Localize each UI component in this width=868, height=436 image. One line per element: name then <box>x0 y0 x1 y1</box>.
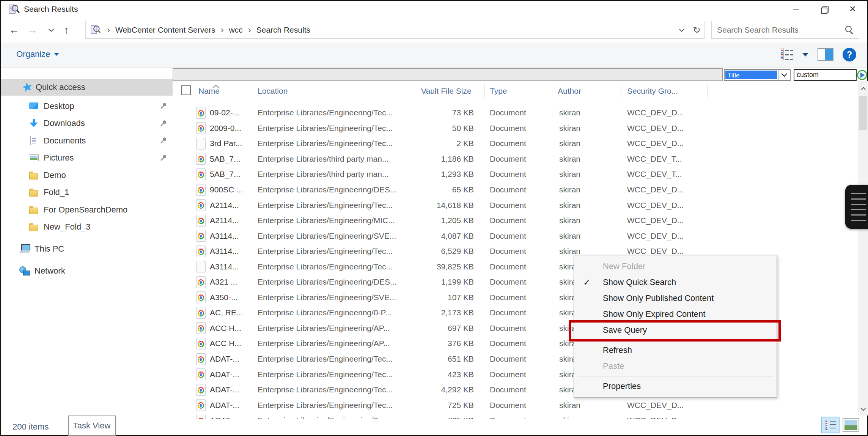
filter-value-input[interactable] <box>794 69 857 81</box>
restore-button[interactable] <box>810 1 838 17</box>
cell-location: Enterprise Libraries/third party man... <box>254 170 416 179</box>
column-header-author[interactable]: Author <box>558 87 581 96</box>
cell-name: 5AB_7... <box>210 170 254 179</box>
edge-panel-widget[interactable] <box>845 185 868 229</box>
cell-size: 6,529 KB <box>416 247 484 256</box>
cell-author: skiran <box>552 124 621 133</box>
table-row[interactable]: 900SC ... Enterprise Libraries/Engineeri… <box>173 182 858 198</box>
vertical-scrollbar[interactable] <box>858 81 868 416</box>
table-row[interactable]: A2114... Enterprise Libraries/Engineerin… <box>173 197 858 213</box>
pin-icon <box>160 102 167 110</box>
organize-button[interactable]: Organize <box>16 49 59 59</box>
menu-item-label: Show Only Published Content <box>603 293 714 303</box>
address-bar: ← → ↑ › WebCenter Content Servers › wcc … <box>1 17 867 42</box>
scrollbar-thumb[interactable] <box>859 96 867 130</box>
table-row[interactable]: A3114... Enterprise Libraries/Engineerin… <box>173 228 858 244</box>
filter-go-button[interactable] <box>857 70 867 80</box>
breadcrumb-item-search-results[interactable]: Search Results <box>256 25 310 35</box>
sidebar-item[interactable]: New_Fold_3 <box>1 219 173 236</box>
close-button[interactable]: ✕ <box>838 1 867 17</box>
view-options-caret[interactable] <box>802 53 808 57</box>
sidebar-item[interactable]: Documents <box>1 132 173 150</box>
sidebar-item[interactable]: Demo <box>1 167 173 184</box>
context-menu-item[interactable]: ✓ Refresh <box>574 342 777 358</box>
sidebar-item[interactable]: Fold_1 <box>1 184 173 201</box>
table-row[interactable]: 2009-0... Enterprise Libraries/Engineeri… <box>173 121 858 136</box>
column-header-name[interactable]: Name <box>198 87 220 96</box>
cell-name: ACC H... <box>210 324 254 333</box>
search-input[interactable] <box>712 25 845 35</box>
thumbnail-view-toggle[interactable] <box>843 418 859 432</box>
column-header-type[interactable]: Type <box>490 87 507 96</box>
cell-author: skiran <box>552 139 621 148</box>
sidebar-item[interactable]: Pictures <box>1 150 173 167</box>
context-menu-item[interactable]: ✓ Show Only Published Content <box>574 290 777 306</box>
breadcrumb-item-wcc[interactable]: wcc <box>229 25 242 35</box>
cell-size: 65 KB <box>416 185 484 194</box>
sidebar-item[interactable]: Network <box>1 260 173 282</box>
up-button[interactable]: ↑ <box>59 22 74 38</box>
table-row[interactable]: 5AB_7... Enterprise Libraries/third part… <box>173 151 858 167</box>
column-header-location[interactable]: Location <box>258 87 288 96</box>
sidebar-item[interactable]: Desktop <box>1 98 173 115</box>
sidebar-item-icon <box>19 266 30 276</box>
sidebar-item-label: Documents <box>44 136 86 146</box>
table-row[interactable]: 5AB_7... Enterprise Libraries/third part… <box>173 167 858 182</box>
forward-button[interactable]: → <box>25 22 40 38</box>
chevron-down-icon <box>781 71 787 77</box>
context-menu-item[interactable]: ✓ Show Quick Search <box>574 274 777 290</box>
cell-type: Document <box>484 170 552 179</box>
file-type-icon <box>196 353 206 365</box>
cell-location: Enterprise Libraries/Engineering/Tec... <box>254 139 416 148</box>
context-menu-item[interactable]: ✓ Paste <box>574 358 777 374</box>
recent-locations-dropdown[interactable] <box>44 22 59 38</box>
search-icon[interactable] <box>845 26 854 34</box>
quick-search-bar[interactable] <box>173 68 723 81</box>
close-icon: ✕ <box>849 5 856 13</box>
sidebar-item[interactable]: This PC <box>1 238 173 260</box>
table-row[interactable]: 09-02-... Enterprise Libraries/Engineeri… <box>173 105 858 121</box>
column-header-security[interactable]: Security Gro... <box>627 87 678 96</box>
scroll-up-button[interactable] <box>858 82 868 94</box>
breadcrumb-item-servers[interactable]: WebCenter Content Servers <box>115 25 215 35</box>
filter-dropdown-arrow[interactable] <box>778 70 790 80</box>
cell-type: Document <box>484 416 552 419</box>
sidebar-item[interactable]: For OpenSearchDemo <box>1 201 173 219</box>
menu-item-label: Paste <box>603 361 624 371</box>
address-dropdown-button[interactable] <box>674 21 689 38</box>
file-type-icon <box>196 138 206 150</box>
cell-type: Document <box>484 385 552 394</box>
select-all-checkbox[interactable] <box>181 85 191 95</box>
minimize-button[interactable] <box>782 1 810 17</box>
sidebar-item[interactable]: Downloads <box>1 115 173 132</box>
cell-author: skiran <box>552 216 621 225</box>
sidebar-item-icon <box>28 136 39 146</box>
context-menu-item[interactable]: ✓ Properties <box>574 378 777 394</box>
details-view-button[interactable] <box>780 48 793 61</box>
column-header-size[interactable]: Vault File Size <box>421 87 472 96</box>
help-button[interactable]: ? <box>843 48 856 61</box>
cell-location: Enterprise Libraries/Engineering/Tec... <box>254 370 416 379</box>
details-view-toggle[interactable] <box>821 417 840 433</box>
table-row[interactable]: A2114... Enterprise Libraries/Engineerin… <box>173 213 858 228</box>
filter-field-dropdown[interactable]: Title <box>724 69 791 81</box>
sidebar-item-quick-access[interactable]: Quick access <box>1 79 173 96</box>
menu-item-label: Properties <box>603 381 641 391</box>
cell-location: Enterprise Libraries/third party man... <box>254 154 416 164</box>
cell-name: 5AB_7... <box>210 154 254 164</box>
cell-type: Document <box>484 401 552 410</box>
back-button[interactable]: ← <box>6 22 22 38</box>
table-row[interactable]: ADAT-... Enterprise Libraries/Engineerin… <box>173 397 858 413</box>
scroll-down-button[interactable] <box>858 403 868 415</box>
sidebar-item-icon <box>28 118 39 128</box>
cell-security: WCC_DEV_D... <box>621 247 707 256</box>
cell-name: A350-... <box>210 293 254 302</box>
table-row[interactable]: ADAT-... Enterprise Libraries/Engineerin… <box>173 413 858 419</box>
sidebar-item-icon <box>19 244 30 254</box>
breadcrumb[interactable]: › WebCenter Content Servers › wcc › Sear… <box>85 21 704 39</box>
context-menu-item[interactable]: ✓ New Folder <box>574 258 777 274</box>
refresh-button[interactable]: ↻ <box>689 21 704 38</box>
table-row[interactable]: 3rd Par... Enterprise Libraries/Engineer… <box>173 136 858 151</box>
pin-icon <box>160 137 167 144</box>
preview-pane-button[interactable] <box>818 48 833 61</box>
